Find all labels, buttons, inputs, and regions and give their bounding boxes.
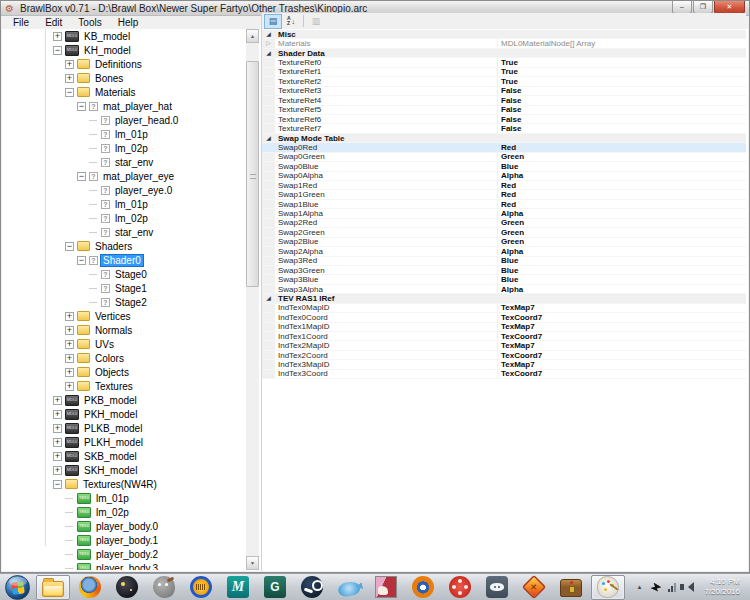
property-value[interactable]: False bbox=[497, 96, 746, 104]
alphabetical-sort-button[interactable]: AZ ↓ bbox=[282, 14, 300, 29]
grid-row-Swap1Alpha[interactable]: Swap1AlphaAlpha bbox=[262, 209, 746, 218]
grid-row-TextureRef7[interactable]: TextureRef7False bbox=[262, 124, 746, 133]
tree-item-Vertices[interactable]: +Vertices bbox=[7, 309, 246, 323]
collapse-toggle-icon[interactable]: − bbox=[65, 88, 74, 97]
tree-item-Stage2[interactable]: ?Stage2 bbox=[7, 295, 246, 309]
expand-toggle-icon[interactable]: + bbox=[53, 424, 62, 433]
tree-item-mat_player_hat[interactable]: −?mat_player_hat bbox=[7, 99, 246, 113]
grid-row-Swap2Red[interactable]: Swap2RedGreen bbox=[262, 219, 746, 228]
grid-row-Swap0Blue[interactable]: Swap0BlueBlue bbox=[262, 162, 746, 171]
network-icon[interactable] bbox=[668, 582, 677, 592]
taskbar-button-audacity[interactable] bbox=[184, 575, 218, 600]
grid-row-TextureRef5[interactable]: TextureRef5False bbox=[262, 106, 746, 115]
tree-item-player_body.0[interactable]: TEX0player_body.0 bbox=[7, 519, 246, 533]
menu-file[interactable]: File bbox=[5, 16, 37, 29]
property-value[interactable]: True bbox=[497, 68, 746, 76]
tree-item-Textures[interactable]: +Textures bbox=[7, 379, 246, 393]
grid-row-TextureRef3[interactable]: TextureRef3False bbox=[262, 87, 746, 96]
property-value[interactable]: Alpha bbox=[497, 247, 746, 255]
expand-toggle-icon[interactable]: + bbox=[65, 340, 74, 349]
property-value[interactable]: Red bbox=[497, 190, 746, 198]
property-value[interactable]: TexCoord7 bbox=[497, 370, 746, 378]
tree-item-SKB_model[interactable]: +MDL0SKB_model bbox=[7, 449, 246, 463]
scroll-up-icon[interactable]: ▲ bbox=[246, 29, 259, 43]
taskbar-button-discord[interactable] bbox=[480, 575, 514, 600]
tree-item-player_eye.0[interactable]: ?player_eye.0 bbox=[7, 183, 246, 197]
tree-item-lm_02p[interactable]: TEX0lm_02p bbox=[7, 505, 246, 519]
property-value[interactable]: TexMap7 bbox=[497, 341, 746, 349]
tree-item-lm_01p[interactable]: ?lm_01p bbox=[7, 127, 246, 141]
property-value[interactable]: Red bbox=[497, 143, 746, 151]
categorized-button[interactable]: ▤ bbox=[264, 14, 282, 29]
taskbar-button-dolphin[interactable] bbox=[332, 575, 366, 600]
tree-item-Objects[interactable]: +Objects bbox=[7, 365, 246, 379]
tree-item-Normals[interactable]: +Normals bbox=[7, 323, 246, 337]
grid-row-IndTex2Coord[interactable]: IndTex2CoordTexCoord7 bbox=[262, 351, 746, 360]
grid-row-TextureRef4[interactable]: TextureRef4False bbox=[262, 96, 746, 105]
category-collapse-icon[interactable]: ◢ bbox=[262, 134, 275, 142]
taskbar-button-blender[interactable] bbox=[406, 575, 440, 600]
scrollbar-thumb[interactable] bbox=[246, 61, 259, 287]
tree-item-Colors[interactable]: +Colors bbox=[7, 351, 246, 365]
tree-item-player_head.0[interactable]: ?player_head.0 bbox=[7, 113, 246, 127]
tree-item-KH_model[interactable]: −MDL0KH_model bbox=[7, 43, 246, 57]
tree-item-Definitions[interactable]: +Definitions bbox=[7, 57, 246, 71]
menu-help[interactable]: Help bbox=[110, 16, 147, 29]
collapse-toggle-icon[interactable]: − bbox=[77, 102, 86, 111]
tree-item-SKH_model[interactable]: +MDL0SKH_model bbox=[7, 463, 246, 477]
grid-category-shader-data[interactable]: ◢Shader Data bbox=[262, 49, 746, 58]
property-value[interactable]: Red bbox=[497, 181, 746, 189]
expand-toggle-icon[interactable]: + bbox=[53, 32, 62, 41]
collapse-toggle-icon[interactable]: − bbox=[65, 242, 74, 251]
expand-toggle-icon[interactable]: + bbox=[53, 410, 62, 419]
collapse-toggle-icon[interactable]: − bbox=[77, 172, 86, 181]
expand-toggle-icon[interactable]: + bbox=[53, 466, 62, 475]
tree-item-lm_02p[interactable]: ?lm_02p bbox=[7, 141, 246, 155]
tree-item-star_env[interactable]: ?star_env bbox=[7, 155, 246, 169]
tray-app-icon[interactable] bbox=[650, 583, 661, 592]
tree-item-Materials[interactable]: −Materials bbox=[7, 85, 246, 99]
tree-scrollbar[interactable]: ▲ ▼ bbox=[246, 29, 259, 570]
taskbar-button-steam[interactable] bbox=[295, 575, 329, 600]
grid-row-Swap0Alpha[interactable]: Swap0AlphaAlpha bbox=[262, 172, 746, 181]
tree-item-Stage1[interactable]: ?Stage1 bbox=[7, 281, 246, 295]
taskbar-button-gem[interactable] bbox=[517, 575, 551, 600]
scroll-down-icon[interactable]: ▼ bbox=[246, 556, 259, 570]
property-value[interactable]: Blue bbox=[497, 266, 746, 274]
taskbar-button-gimp[interactable] bbox=[147, 575, 181, 600]
taskbar-button-maya[interactable]: M bbox=[221, 575, 255, 600]
collapse-toggle-icon[interactable]: − bbox=[77, 256, 86, 265]
taskbar-button-redgear[interactable] bbox=[443, 575, 477, 600]
property-value[interactable]: TexCoord7 bbox=[497, 313, 746, 321]
category-collapse-icon[interactable]: ◢ bbox=[262, 30, 275, 38]
tree-item-Shader0[interactable]: −?Shader0 bbox=[7, 253, 246, 267]
tree-item-UVs[interactable]: +UVs bbox=[7, 337, 246, 351]
grid-row-Swap3Alpha[interactable]: Swap3AlphaAlpha bbox=[262, 285, 746, 294]
taskbar-button-firefox[interactable] bbox=[73, 575, 107, 600]
grid-row-TextureRef2[interactable]: TextureRef2True bbox=[262, 77, 746, 86]
tree-item-player_body.1[interactable]: TEX0player_body.1 bbox=[7, 533, 246, 547]
grid-row-IndTex3Coord[interactable]: IndTex3CoordTexCoord7 bbox=[262, 370, 746, 379]
tree-item-player_body.2[interactable]: TEX0player_body.2 bbox=[7, 547, 246, 561]
property-value[interactable]: Green bbox=[497, 238, 746, 246]
grid-category-tev-ras1-iref[interactable]: ◢TEV RAS1 IRef bbox=[262, 294, 746, 303]
tree-item-PLKH_model[interactable]: +MDL0PLKH_model bbox=[7, 435, 246, 449]
property-value[interactable]: Alpha bbox=[497, 285, 746, 293]
collapse-toggle-icon[interactable]: − bbox=[53, 46, 62, 55]
grid-row-IndTex1MapID[interactable]: IndTex1MapIDTexMap7 bbox=[262, 323, 746, 332]
grid-category-swap-mode-table[interactable]: ◢Swap Mode Table bbox=[262, 134, 746, 143]
tree-item-Textures(NW4R)[interactable]: −Textures(NW4R) bbox=[7, 477, 246, 491]
property-value[interactable]: MDL0MaterialNode[] Array bbox=[497, 39, 746, 47]
grid-row-Materials[interactable]: ▷MaterialsMDL0MaterialNode[] Array bbox=[262, 39, 746, 48]
grid-category-misc[interactable]: ◢Misc bbox=[262, 30, 746, 39]
grid-row-Swap2Green[interactable]: Swap2GreenGreen bbox=[262, 228, 746, 237]
tree-item-PLKB_model[interactable]: +MDL0PLKB_model bbox=[7, 421, 246, 435]
expand-toggle-icon[interactable]: + bbox=[53, 452, 62, 461]
expand-toggle-icon[interactable]: + bbox=[53, 438, 62, 447]
taskbar-button-explorer[interactable] bbox=[36, 575, 70, 600]
property-value[interactable]: Blue bbox=[497, 275, 746, 283]
taskbar-button-chest[interactable] bbox=[554, 575, 588, 600]
grid-row-IndTex0MapID[interactable]: IndTex0MapIDTexMap7 bbox=[262, 304, 746, 313]
tree-item-star_env[interactable]: ?star_env bbox=[7, 225, 246, 239]
property-value[interactable]: Green bbox=[497, 228, 746, 236]
